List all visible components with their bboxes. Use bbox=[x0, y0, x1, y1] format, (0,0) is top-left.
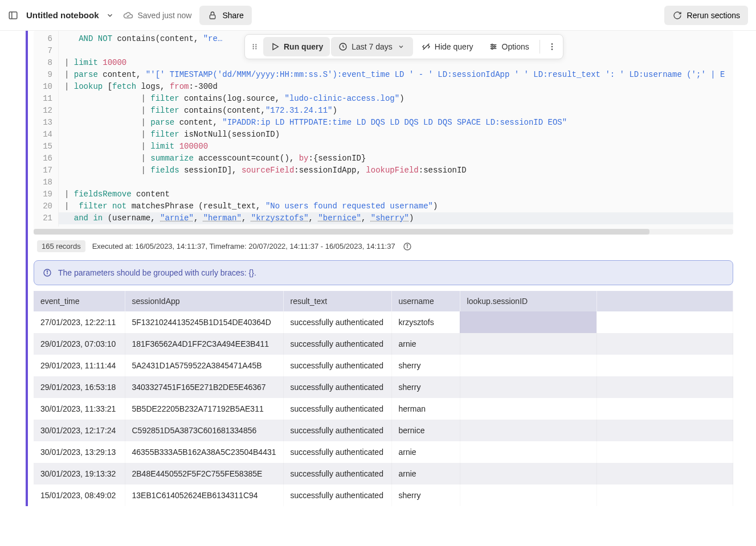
options-button[interactable]: Options bbox=[481, 37, 536, 56]
table-cell: sherry bbox=[391, 376, 460, 398]
run-query-label: Run query bbox=[284, 42, 323, 51]
rerun-sections-button[interactable]: Rerun sections bbox=[664, 6, 748, 25]
more-vertical-icon bbox=[547, 42, 557, 52]
notebook-title[interactable]: Untitled notebook bbox=[26, 10, 115, 20]
svg-point-20 bbox=[551, 48, 553, 50]
table-row[interactable]: 30/01/2023, 11:33:215B5DE22205B232A71719… bbox=[34, 398, 733, 420]
column-header[interactable]: lookup.sessionID bbox=[460, 291, 596, 311]
horizontal-scrollbar[interactable] bbox=[34, 229, 733, 235]
svg-point-16 bbox=[493, 46, 495, 48]
table-cell bbox=[596, 311, 733, 333]
sliders-icon bbox=[488, 42, 498, 52]
cloud-check-icon bbox=[123, 10, 133, 20]
saved-status-text: Saved just now bbox=[138, 11, 192, 20]
code-editor[interactable]: Run query Last 7 days Hide query Options bbox=[34, 31, 733, 235]
table-cell: arnie bbox=[391, 441, 460, 463]
info-icon bbox=[42, 268, 52, 278]
query-toolbar: Run query Last 7 days Hide query Options bbox=[244, 34, 563, 59]
code-line[interactable]: | parse content, "'[' TIMESTAMP('dd/MMM/… bbox=[64, 69, 728, 81]
code-line[interactable]: | lookup [fetch logs, from:-300d bbox=[64, 81, 728, 93]
table-cell bbox=[460, 420, 596, 441]
timeframe-select[interactable]: Last 7 days bbox=[331, 37, 413, 56]
table-cell: 29/01/2023, 11:11:44 bbox=[34, 355, 125, 376]
table-cell bbox=[460, 463, 596, 485]
table-cell: 5B5DE22205B232A717192B5AE311 bbox=[125, 398, 283, 420]
code-line[interactable]: | fieldsRemove content bbox=[64, 188, 728, 200]
table-cell: 29/01/2023, 16:53:18 bbox=[34, 376, 125, 398]
chevron-down-icon bbox=[105, 10, 115, 20]
info-icon[interactable] bbox=[402, 241, 412, 252]
table-cell: herman bbox=[391, 398, 460, 420]
svg-point-3 bbox=[253, 44, 254, 45]
table-cell: C592851D5A3873C601681334856 bbox=[125, 420, 283, 441]
code-line[interactable]: | summarize accesscount=count(), by:{ses… bbox=[64, 153, 728, 165]
svg-rect-0 bbox=[9, 12, 17, 19]
svg-point-4 bbox=[255, 44, 256, 45]
code-hide-icon bbox=[421, 42, 431, 52]
column-header[interactable]: result_text bbox=[283, 291, 391, 311]
table-row[interactable]: 30/01/2023, 19:13:322B48E4450552F5F2C755… bbox=[34, 463, 733, 485]
svg-point-17 bbox=[491, 48, 493, 50]
chevron-down-icon bbox=[396, 42, 406, 52]
table-cell bbox=[460, 333, 596, 355]
svg-point-8 bbox=[255, 48, 256, 49]
line-gutter: 6789101112131415161718192021 bbox=[34, 31, 59, 227]
svg-point-18 bbox=[551, 43, 553, 45]
code-line[interactable]: | filter contains(log.source, "ludo-clin… bbox=[64, 93, 728, 105]
table-cell bbox=[460, 485, 596, 506]
table-row[interactable]: 30/01/2023, 13:29:1346355B333A5B162A38A5… bbox=[34, 441, 733, 463]
table-cell bbox=[596, 376, 733, 398]
table-row[interactable]: 30/01/2023, 12:17:24C592851D5A3873C60168… bbox=[34, 420, 733, 441]
svg-point-5 bbox=[253, 46, 254, 47]
svg-point-6 bbox=[255, 46, 256, 47]
code-line[interactable]: | filter isNotNull(sessionID) bbox=[64, 129, 728, 141]
share-button[interactable]: Share bbox=[199, 6, 251, 25]
table-cell: 2B48E4450552F5F2C755FE58385E bbox=[125, 463, 283, 485]
svg-point-7 bbox=[253, 48, 254, 49]
table-cell: 30/01/2023, 13:29:13 bbox=[34, 441, 125, 463]
code-line[interactable]: and in (username, "arnie", "herman", "kr… bbox=[59, 212, 733, 224]
svg-point-26 bbox=[47, 271, 47, 272]
table-header-row: event_timesessionIdAppresult_textusernam… bbox=[34, 291, 733, 311]
table-cell: krzysztofs bbox=[391, 311, 460, 333]
share-label: Share bbox=[222, 11, 243, 20]
code-line[interactable]: | filter contains(content,"172.31.24.11"… bbox=[64, 105, 728, 117]
table-cell: 5F13210244135245B1D154DE40364D bbox=[125, 311, 283, 333]
drag-handle-icon[interactable] bbox=[247, 39, 262, 54]
table-cell: sherry bbox=[391, 355, 460, 376]
table-row[interactable]: 29/01/2023, 16:53:183403327451F165E271B2… bbox=[34, 376, 733, 398]
code-line[interactable]: | fields sessionID], sourceField:session… bbox=[64, 165, 728, 176]
code-line[interactable]: | filter not matchesPhrase (result_text,… bbox=[64, 200, 728, 212]
column-header[interactable] bbox=[596, 291, 733, 311]
column-header[interactable]: event_time bbox=[34, 291, 125, 311]
table-row[interactable]: 29/01/2023, 07:03:10181F36562A4D1FF2C3A4… bbox=[34, 333, 733, 355]
table-cell bbox=[596, 441, 733, 463]
svg-point-23 bbox=[407, 244, 407, 245]
table-cell: 13EB1C614052624EB6134311C94 bbox=[125, 485, 283, 506]
table-cell: 15/01/2023, 08:49:02 bbox=[34, 485, 125, 506]
sidebar-toggle-icon[interactable] bbox=[8, 10, 18, 20]
table-cell bbox=[460, 355, 596, 376]
table-cell: successfully authenticated bbox=[283, 398, 391, 420]
table-row[interactable]: 29/01/2023, 11:11:445A2431D1A5759522A384… bbox=[34, 355, 733, 376]
table-cell: successfully authenticated bbox=[283, 376, 391, 398]
run-query-button[interactable]: Run query bbox=[263, 37, 330, 56]
table-cell bbox=[460, 376, 596, 398]
records-badge: 165 records bbox=[37, 240, 85, 252]
hide-query-button[interactable]: Hide query bbox=[414, 37, 480, 56]
table-row[interactable]: 27/01/2023, 12:22:115F13210244135245B1D1… bbox=[34, 311, 733, 333]
table-cell: sherry bbox=[391, 485, 460, 506]
table-row[interactable]: 15/01/2023, 08:49:0213EB1C614052624EB613… bbox=[34, 485, 733, 506]
table-cell: successfully authenticated bbox=[283, 333, 391, 355]
table-cell: successfully authenticated bbox=[283, 355, 391, 376]
code-body[interactable]: AND NOT contains(content, "re… | limit 1… bbox=[59, 31, 733, 227]
more-button[interactable] bbox=[543, 37, 561, 56]
code-line[interactable]: | parse content, "IPADDR:ip LD HTTPDATE:… bbox=[64, 117, 728, 129]
code-line[interactable]: | limit 100000 bbox=[64, 141, 728, 153]
topbar: Untitled notebook Saved just now Share R… bbox=[0, 0, 756, 31]
code-line[interactable] bbox=[64, 176, 728, 188]
column-header[interactable]: username bbox=[391, 291, 460, 311]
table-cell: arnie bbox=[391, 333, 460, 355]
svg-line-11 bbox=[423, 44, 430, 50]
column-header[interactable]: sessionIdApp bbox=[125, 291, 283, 311]
